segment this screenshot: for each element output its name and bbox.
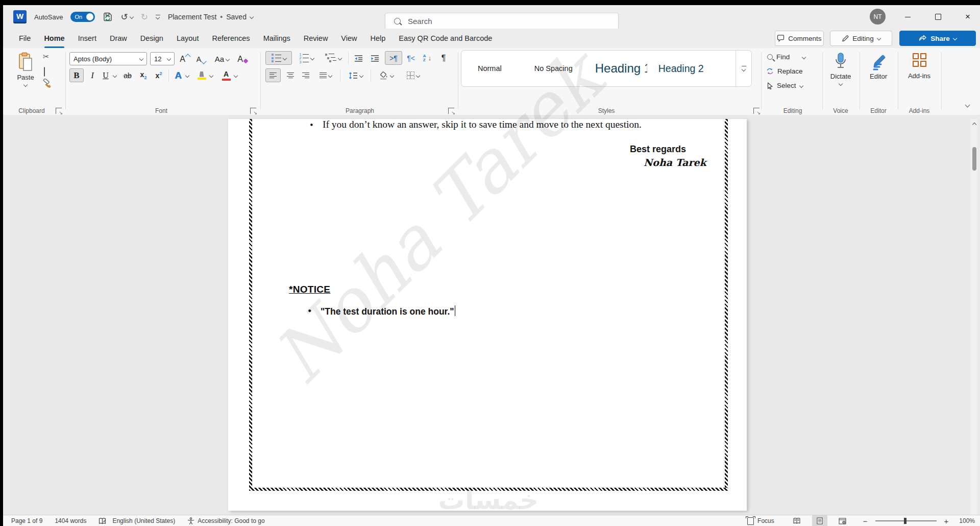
closing-text[interactable]: Best regards (630, 144, 686, 155)
styles-more-button[interactable] (736, 51, 751, 86)
tab-design[interactable]: Design (140, 29, 163, 48)
superscript-button[interactable]: x2 (152, 68, 165, 82)
underline-button[interactable]: U (100, 68, 111, 82)
styles-dialog-launcher[interactable]: ↘ (753, 108, 760, 114)
show-hide-marks-button[interactable]: ¶ (437, 51, 450, 65)
text-effects-button[interactable]: A (172, 68, 185, 82)
notice-heading[interactable]: *NOTICE (289, 284, 330, 295)
justify-button[interactable] (314, 68, 337, 82)
tab-references[interactable]: References (212, 29, 250, 48)
dictate-button[interactable]: Dictate (824, 52, 857, 85)
find-button[interactable]: Find (767, 53, 805, 61)
tab-draw[interactable]: Draw (110, 29, 127, 48)
tab-easy-qr[interactable]: Easy QR Code and Barcode (399, 29, 492, 48)
align-center-button[interactable] (284, 68, 297, 82)
web-layout-button[interactable] (835, 515, 850, 526)
tab-review[interactable]: Review (304, 29, 328, 48)
collapse-ribbon-chevron-icon[interactable] (965, 103, 970, 108)
proofing-icon[interactable] (99, 518, 106, 524)
zoom-level[interactable]: 100% (959, 517, 975, 524)
bold-button[interactable]: B (69, 68, 84, 82)
copy-button[interactable] (44, 67, 45, 77)
tab-view[interactable]: View (341, 29, 357, 48)
bullets-button[interactable] (265, 51, 292, 65)
style-normal[interactable]: Normal (478, 64, 502, 73)
document-title[interactable]: Placement Test • Saved (168, 13, 253, 21)
document-page[interactable]: Noha Tarek خمسات • If you don’t know an … (228, 119, 747, 511)
font-size-combobox[interactable]: 12 (150, 52, 175, 65)
align-left-button[interactable] (265, 68, 281, 82)
paragraph-dialog-launcher[interactable]: ↘ (448, 108, 454, 114)
print-layout-button[interactable] (812, 515, 827, 526)
rtl-direction-button[interactable]: ¶< (404, 51, 418, 65)
undo-button[interactable]: ↺ (120, 13, 133, 21)
font-color-button[interactable]: A (219, 68, 233, 82)
editing-mode-button[interactable]: Editing (830, 31, 892, 46)
restore-button[interactable] (926, 5, 950, 29)
word-app-icon[interactable]: W (13, 10, 27, 23)
add-ins-button[interactable]: Add-ins (900, 53, 939, 80)
underline-chevron-icon[interactable] (113, 74, 117, 78)
font-dialog-launcher[interactable]: ↘ (250, 108, 256, 114)
strikethrough-button[interactable]: ab (120, 68, 135, 82)
increase-indent-button[interactable] (368, 51, 382, 65)
redo-button[interactable]: ↻ (141, 13, 148, 21)
quick-access-overflow-icon[interactable] (156, 15, 160, 19)
grow-font-button[interactable]: A (178, 52, 192, 66)
multilevel-list-button[interactable] (322, 51, 345, 65)
text-effects-chevron-icon[interactable] (185, 74, 189, 78)
word-count[interactable]: 1404 words (55, 517, 86, 524)
comments-button[interactable]: Comments (775, 31, 824, 46)
avatar[interactable]: NT (870, 9, 886, 25)
tab-home[interactable]: Home (44, 29, 64, 48)
zoom-in-button[interactable]: + (944, 517, 949, 525)
clear-formatting-button[interactable]: A (235, 52, 250, 66)
highlight-button[interactable] (195, 68, 208, 82)
zoom-slider-thumb[interactable] (904, 518, 906, 524)
scroll-up-icon[interactable] (972, 123, 976, 127)
zoom-slider[interactable] (875, 520, 937, 521)
style-no-spacing[interactable]: No Spacing (534, 64, 573, 73)
share-button[interactable]: Share (899, 31, 976, 46)
accessibility-status[interactable]: Accessibility: Good to go (198, 517, 264, 524)
focus-button[interactable]: Focus (757, 517, 774, 524)
minimize-button[interactable] (895, 5, 920, 29)
autosave-toggle[interactable]: On (70, 12, 95, 22)
search-input[interactable]: Search (385, 13, 619, 30)
vertical-scrollbar[interactable] (971, 119, 977, 515)
shrink-font-button[interactable]: A (194, 52, 208, 66)
language-indicator[interactable]: English (United States) (112, 517, 175, 524)
decrease-indent-button[interactable] (351, 51, 365, 65)
font-family-combobox[interactable]: Aptos (Body) (69, 52, 147, 65)
italic-button[interactable]: I (87, 68, 98, 82)
page-indicator[interactable]: Page 1 of 9 (11, 517, 42, 524)
paste-button[interactable]: Paste (11, 52, 40, 86)
cut-button[interactable]: ✂ (43, 52, 50, 61)
zoom-out-button[interactable]: − (863, 517, 868, 525)
shading-button[interactable] (375, 68, 398, 82)
clipboard-dialog-launcher[interactable]: ↘ (56, 108, 62, 114)
numbering-button[interactable]: 1 2 3 (295, 51, 318, 65)
sort-button[interactable]: AZ ↓ (420, 51, 435, 65)
format-painter-button[interactable] (42, 79, 52, 88)
save-icon[interactable] (103, 12, 113, 22)
intro-bullet-text[interactable]: If you don’t know an answer, skip it to … (323, 119, 642, 130)
change-case-button[interactable]: Aa (212, 52, 232, 66)
read-mode-button[interactable] (789, 515, 804, 526)
tab-file[interactable]: File (19, 29, 31, 48)
style-heading-2[interactable]: Heading 2 (658, 63, 704, 75)
subscript-button[interactable]: x2 (137, 68, 150, 82)
highlight-chevron-icon[interactable] (209, 74, 213, 78)
tab-insert[interactable]: Insert (78, 29, 96, 48)
notice-bullet-line[interactable]: "The test duration is one hour." (321, 305, 455, 317)
align-right-button[interactable] (299, 68, 312, 82)
tab-layout[interactable]: Layout (177, 29, 199, 48)
close-button[interactable]: × (955, 5, 980, 29)
borders-button[interactable] (401, 68, 425, 82)
signature-text[interactable]: Noha Tarek (644, 157, 706, 168)
style-heading-1[interactable]: Heading 1 (595, 61, 647, 76)
ltr-direction-button[interactable]: >¶ (385, 51, 402, 65)
select-button[interactable]: Select (767, 82, 803, 89)
tab-help[interactable]: Help (371, 29, 386, 48)
replace-button[interactable]: Replace (766, 67, 803, 75)
